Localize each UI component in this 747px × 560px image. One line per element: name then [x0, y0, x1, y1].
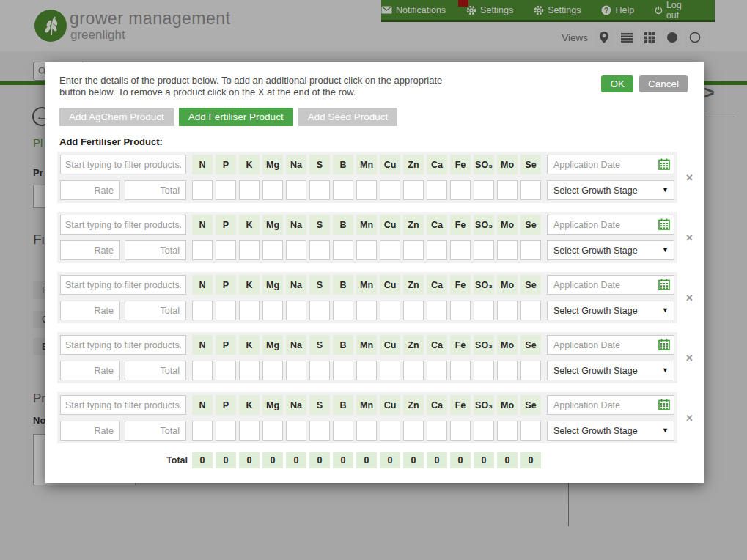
element-value-input[interactable] — [497, 240, 518, 260]
product-filter-input[interactable] — [60, 275, 186, 295]
element-value-input[interactable] — [216, 361, 236, 380]
element-value-input[interactable] — [333, 240, 353, 260]
element-value-input[interactable] — [192, 180, 213, 200]
remove-row-button[interactable]: ✕ — [685, 172, 693, 183]
growth-stage-select[interactable]: Select Growth Stage — [548, 421, 674, 440]
remove-row-button[interactable]: ✕ — [685, 232, 693, 243]
application-date-input[interactable] — [547, 335, 674, 355]
element-value-input[interactable] — [356, 301, 377, 320]
calendar-icon[interactable] — [658, 279, 670, 290]
product-filter-input[interactable] — [60, 155, 186, 174]
calendar-icon[interactable] — [658, 339, 670, 350]
element-value-input[interactable] — [380, 240, 400, 260]
element-value-input[interactable] — [450, 301, 471, 320]
element-value-input[interactable] — [309, 240, 330, 260]
element-value-input[interactable] — [427, 180, 447, 200]
element-value-input[interactable] — [427, 361, 447, 380]
element-value-input[interactable] — [286, 301, 306, 320]
element-value-input[interactable] — [333, 301, 353, 320]
element-value-input[interactable] — [309, 421, 330, 441]
product-filter-input[interactable] — [60, 335, 186, 355]
element-value-input[interactable] — [474, 361, 494, 380]
element-value-input[interactable] — [309, 301, 330, 320]
total-input[interactable] — [125, 361, 186, 380]
element-value-input[interactable] — [262, 180, 283, 200]
element-value-input[interactable] — [239, 240, 260, 260]
calendar-icon[interactable] — [658, 399, 670, 410]
element-value-input[interactable] — [356, 421, 377, 441]
element-value-input[interactable] — [286, 421, 306, 441]
element-value-input[interactable] — [520, 421, 541, 441]
element-value-input[interactable] — [286, 361, 306, 380]
element-value-input[interactable] — [450, 361, 471, 380]
element-value-input[interactable] — [192, 240, 213, 260]
element-value-input[interactable] — [497, 361, 518, 380]
element-value-input[interactable] — [474, 180, 494, 200]
element-value-input[interactable] — [286, 240, 306, 260]
element-value-input[interactable] — [333, 421, 353, 441]
element-value-input[interactable] — [239, 361, 260, 380]
element-value-input[interactable] — [380, 301, 400, 320]
element-value-input[interactable] — [239, 421, 260, 441]
product-filter-input[interactable] — [60, 215, 186, 235]
rate-input[interactable] — [60, 240, 120, 260]
element-value-input[interactable] — [427, 421, 447, 441]
remove-row-button[interactable]: ✕ — [685, 353, 693, 364]
product-filter-input[interactable] — [60, 395, 186, 415]
element-value-input[interactable] — [262, 301, 283, 320]
element-value-input[interactable] — [497, 421, 518, 441]
cancel-button[interactable]: Cancel — [639, 75, 688, 92]
rate-input[interactable] — [60, 180, 120, 200]
total-input[interactable] — [125, 240, 186, 260]
growth-stage-select[interactable]: Select Growth Stage — [548, 361, 674, 380]
application-date-input[interactable] — [547, 215, 674, 235]
element-value-input[interactable] — [192, 421, 213, 441]
growth-stage-select[interactable]: Select Growth Stage — [548, 181, 674, 199]
element-value-input[interactable] — [497, 180, 518, 200]
calendar-icon[interactable] — [658, 158, 670, 170]
calendar-icon[interactable] — [658, 218, 670, 230]
element-value-input[interactable] — [520, 240, 541, 260]
rate-input[interactable] — [60, 421, 120, 441]
element-value-input[interactable] — [520, 301, 541, 320]
remove-row-button[interactable]: ✕ — [685, 292, 693, 303]
element-value-input[interactable] — [403, 180, 424, 200]
tab-add-fertiliser-product[interactable]: Add Fertiliser Product — [179, 108, 293, 126]
application-date-input[interactable] — [547, 155, 674, 174]
element-value-input[interactable] — [427, 240, 447, 260]
element-value-input[interactable] — [520, 361, 541, 380]
rate-input[interactable] — [60, 361, 120, 380]
element-value-input[interactable] — [286, 180, 306, 200]
element-value-input[interactable] — [403, 361, 424, 380]
element-value-input[interactable] — [403, 240, 424, 260]
element-value-input[interactable] — [309, 361, 330, 380]
total-input[interactable] — [125, 421, 186, 441]
element-value-input[interactable] — [474, 240, 494, 260]
element-value-input[interactable] — [450, 180, 471, 200]
growth-stage-select[interactable]: Select Growth Stage — [548, 241, 674, 259]
element-value-input[interactable] — [192, 301, 213, 320]
element-value-input[interactable] — [216, 240, 236, 260]
element-value-input[interactable] — [380, 180, 400, 200]
rate-input[interactable] — [60, 301, 120, 320]
application-date-input[interactable] — [547, 275, 674, 295]
element-value-input[interactable] — [356, 361, 377, 380]
element-value-input[interactable] — [239, 180, 260, 200]
element-value-input[interactable] — [192, 361, 213, 380]
element-value-input[interactable] — [216, 180, 236, 200]
remove-row-button[interactable]: ✕ — [685, 413, 693, 424]
element-value-input[interactable] — [356, 180, 377, 200]
element-value-input[interactable] — [380, 361, 400, 380]
ok-button[interactable]: OK — [601, 75, 633, 92]
growth-stage-select[interactable]: Select Growth Stage — [548, 301, 674, 320]
element-value-input[interactable] — [520, 180, 541, 200]
element-value-input[interactable] — [474, 421, 494, 441]
total-input[interactable] — [125, 180, 186, 200]
element-value-input[interactable] — [427, 301, 447, 320]
element-value-input[interactable] — [356, 240, 377, 260]
tab-add-seed-product[interactable]: Add Seed Product — [298, 108, 398, 126]
element-value-input[interactable] — [262, 361, 283, 380]
element-value-input[interactable] — [333, 361, 353, 380]
element-value-input[interactable] — [262, 240, 283, 260]
element-value-input[interactable] — [262, 421, 283, 441]
